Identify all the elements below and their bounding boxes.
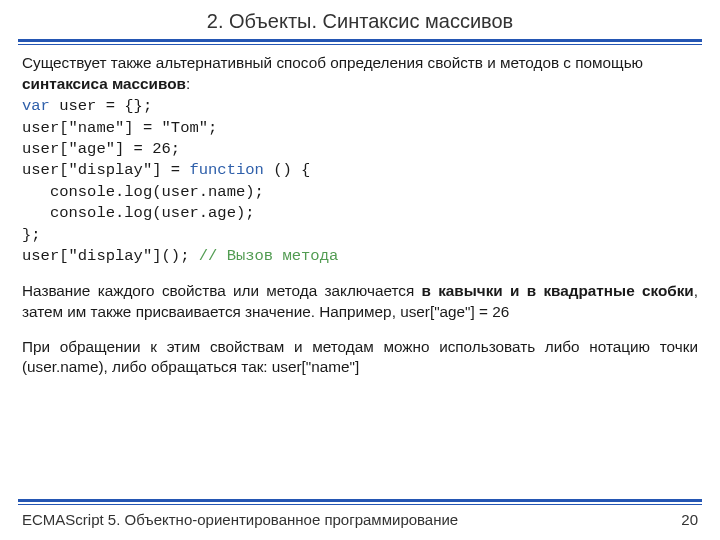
rule-thick-bottom <box>18 499 702 502</box>
code-l3: user["age"] = 26; <box>22 140 180 158</box>
intro-text-c: : <box>186 75 190 92</box>
paragraph-2: Название каждого свойства или метода зак… <box>22 281 698 322</box>
p2b: в кавычки и в квадратные скобки <box>421 282 693 299</box>
code-l5: console.log(user.name); <box>22 183 264 201</box>
code-l6: console.log(user.age); <box>22 204 255 222</box>
page-number: 20 <box>681 511 698 528</box>
slide-title: 2. Объекты. Синтаксис массивов <box>0 0 720 39</box>
slide-body: Существует также альтернативный способ о… <box>0 45 720 378</box>
kw-function: function <box>189 161 263 179</box>
intro-bold: синтаксиса массивов <box>22 75 186 92</box>
code-l2: user["name"] = "Tom"; <box>22 119 217 137</box>
rule-thick-top <box>18 39 702 42</box>
code-l4a: user["display"] = <box>22 161 189 179</box>
code-l1b: user = {}; <box>50 97 152 115</box>
paragraph-3: При обращении к этим свойствам и методам… <box>22 337 698 378</box>
code-block: var user = {}; user["name"] = "Tom"; use… <box>22 96 698 267</box>
code-comment: // Вызов метода <box>199 247 339 265</box>
footer: ECMAScript 5. Объектно-ориентированное п… <box>0 499 720 528</box>
intro-paragraph: Существует также альтернативный способ о… <box>22 53 698 94</box>
code-l8a: user["display"](); <box>22 247 199 265</box>
p2a: Название каждого свойства или метода зак… <box>22 282 421 299</box>
footer-left: ECMAScript 5. Объектно-ориентированное п… <box>22 511 458 528</box>
intro-text-a: Существует также альтернативный способ о… <box>22 54 643 71</box>
kw-var: var <box>22 97 50 115</box>
code-l7: }; <box>22 226 41 244</box>
code-l4c: () { <box>264 161 311 179</box>
